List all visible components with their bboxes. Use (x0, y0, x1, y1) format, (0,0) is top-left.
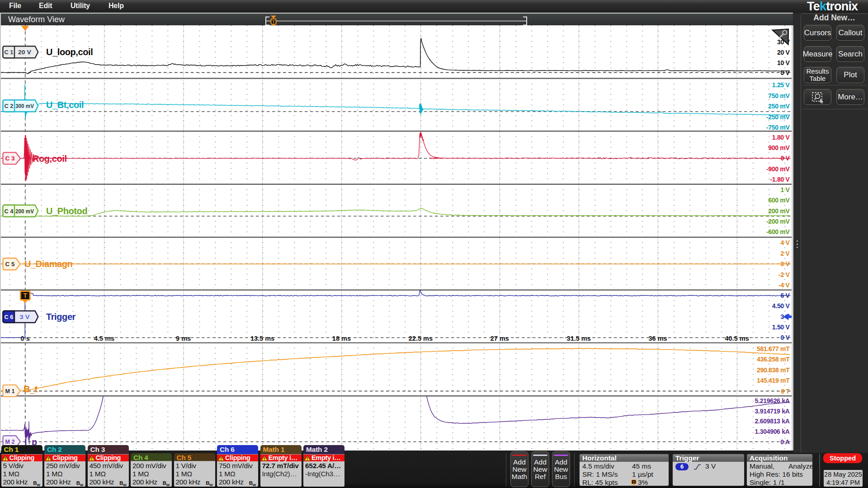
svg-text:9 ms: 9 ms (176, 335, 191, 342)
svg-text:20 V: 20 V (18, 49, 31, 56)
svg-text:436.258 mT: 436.258 mT (757, 356, 790, 363)
svg-text:-2 V: -2 V (778, 271, 790, 278)
svg-text:0 T: 0 T (781, 388, 790, 395)
svg-text:3 V: 3 V (20, 314, 30, 320)
svg-text:300 mV: 300 mV (15, 103, 34, 109)
svg-text:200 mV: 200 mV (15, 208, 34, 215)
svg-text:C 2: C 2 (5, 103, 14, 109)
svg-text:0 A: 0 A (780, 438, 790, 446)
svg-text:22.5 ms: 22.5 ms (409, 335, 433, 342)
svg-text:36 ms: 36 ms (649, 335, 667, 342)
svg-text:1.80 V: 1.80 V (772, 134, 790, 141)
svg-text:C 6: C 6 (5, 314, 14, 320)
svg-text:0 V: 0 V (780, 334, 790, 341)
svg-text:U_loop,coil: U_loop,coil (46, 47, 93, 57)
svg-text:1.304906 kA: 1.304906 kA (755, 428, 790, 435)
svg-text:2 V: 2 V (780, 250, 790, 257)
svg-text:-900 mV: -900 mV (766, 165, 790, 173)
svg-text:1.50 V: 1.50 V (772, 324, 790, 331)
svg-text:Trigger: Trigger (46, 312, 76, 322)
svg-text:-600 mV: -600 mV (766, 228, 790, 235)
svg-text:5.219626 kA: 5.219626 kA (755, 397, 790, 404)
svg-text:U_Bt,coil: U_Bt,coil (46, 100, 84, 110)
svg-text:-250 mV: -250 mV (766, 113, 790, 121)
svg-text:T: T (633, 480, 635, 484)
svg-text:C 4: C 4 (5, 208, 14, 215)
svg-text:750 mV: 750 mV (768, 92, 790, 99)
svg-text:40.5 ms: 40.5 ms (725, 335, 749, 342)
svg-text:200 mV: 200 mV (768, 207, 790, 215)
svg-text:4.5 ms: 4.5 ms (94, 335, 114, 342)
svg-text:M 2: M 2 (5, 438, 15, 445)
svg-text:C 3: C 3 (5, 155, 15, 162)
svg-text:C 5: C 5 (5, 261, 15, 267)
svg-text:3.914719 kA: 3.914719 kA (755, 408, 790, 415)
svg-text:-4 V: -4 V (778, 282, 790, 289)
svg-text:600 mV: 600 mV (768, 197, 790, 204)
svg-text:2.609813 kA: 2.609813 kA (755, 418, 790, 425)
svg-text:27 ms: 27 ms (491, 335, 509, 342)
svg-text:581.677 mT: 581.677 mT (757, 345, 790, 352)
svg-text:4 V: 4 V (780, 239, 790, 246)
svg-text:10 V: 10 V (777, 59, 790, 66)
svg-text:4.50 V: 4.50 V (772, 302, 790, 310)
svg-text:900 mV: 900 mV (768, 144, 790, 151)
svg-text:1 V: 1 V (780, 186, 790, 193)
svg-text:-1.80 V: -1.80 V (770, 176, 790, 183)
svg-text:-200 mV: -200 mV (766, 218, 790, 225)
svg-text:T: T (272, 19, 275, 24)
svg-text:1.25 V: 1.25 V (772, 81, 790, 89)
svg-text:20 V: 20 V (777, 49, 790, 56)
svg-text:18 ms: 18 ms (332, 335, 351, 342)
svg-text:M 1: M 1 (5, 388, 15, 394)
svg-text:290.838 mT: 290.838 mT (757, 366, 790, 374)
svg-text:13.5 ms: 13.5 ms (250, 335, 274, 342)
svg-text:0 V: 0 V (780, 69, 790, 76)
svg-text:145.419 mT: 145.419 mT (757, 377, 790, 384)
svg-text:U_Photod: U_Photod (46, 206, 87, 216)
svg-text:C 1: C 1 (5, 49, 14, 56)
svg-text:31.5 ms: 31.5 ms (567, 335, 591, 342)
svg-text:250 mV: 250 mV (768, 103, 790, 110)
svg-text:T: T (23, 292, 27, 299)
svg-text:-750 mV: -750 mV (766, 124, 790, 131)
